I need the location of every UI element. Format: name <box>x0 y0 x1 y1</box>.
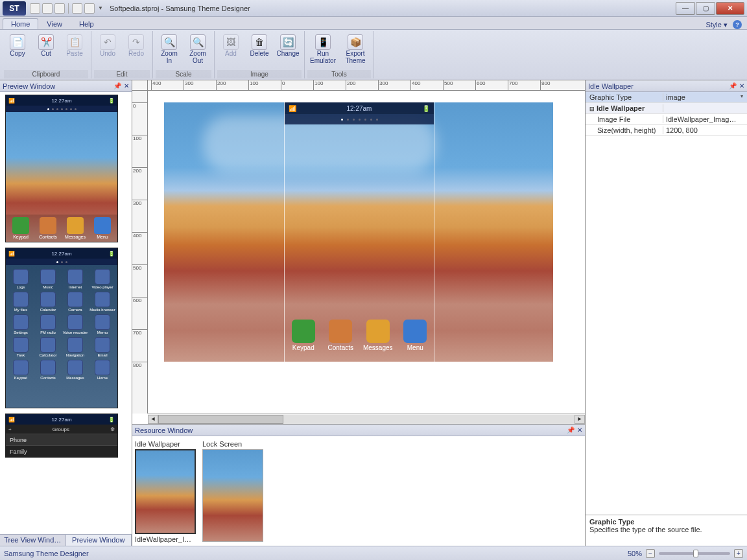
property-description: Graphic Type Specifies the type of the s… <box>586 515 747 546</box>
help-icon[interactable]: ? <box>733 20 742 29</box>
ruler-tick: 200 <box>346 80 355 91</box>
ruler-tick: 100 <box>248 80 258 91</box>
qat-button[interactable] <box>72 3 82 14</box>
redo-button: ↷Redo <box>123 32 150 60</box>
tab-view[interactable]: View <box>38 18 71 29</box>
pin-icon[interactable]: 📌 <box>567 426 575 434</box>
ruler-tick: 400 <box>151 80 161 91</box>
style-dropdown[interactable]: Style ▾ <box>706 21 728 29</box>
scroll-right-button[interactable]: ► <box>575 415 585 424</box>
preview-tab[interactable]: Tree View Wind… <box>0 535 66 546</box>
property-value[interactable]: 1200, 800 <box>663 126 747 134</box>
ruler-tick: 200 <box>132 167 148 174</box>
run-emulator-button[interactable]: 📱Run Emulator <box>307 32 338 66</box>
dock-app-messages: Messages <box>362 320 394 351</box>
ruler-tick: 700 <box>508 80 517 91</box>
property-row[interactable]: Size(width, height)1200, 800 <box>586 125 747 136</box>
properties-panel-title: Idle Wallpaper 📌 ✕ <box>586 80 747 92</box>
ruler-tick: 200 <box>216 80 226 91</box>
preview-thumb-menu[interactable]: 📶12:27am🔋 LogsMusicInternetVideo playerM… <box>5 248 118 408</box>
resource-item[interactable]: Idle WallpaperIdleWallpaper_Image.png <box>135 439 196 543</box>
ribbon-button-label: Zoom In <box>158 51 181 64</box>
properties-panel: Idle Wallpaper 📌 ✕ Graphic Typeimage▾⊟Id… <box>585 80 747 546</box>
copy-button[interactable]: 📄Copy <box>4 32 31 60</box>
messages-icon <box>366 320 390 343</box>
zoom-slider-thumb[interactable] <box>693 550 698 557</box>
menu-app: Navigation <box>62 337 89 357</box>
qat-new-icon[interactable] <box>30 3 40 14</box>
menu-app: Voice recorder <box>62 314 89 334</box>
property-row[interactable]: Image FileIdleWallpaper_Imag… <box>586 114 747 125</box>
property-row[interactable]: Graphic Typeimage▾ <box>586 92 747 103</box>
scroll-track[interactable] <box>158 415 575 424</box>
close-button[interactable]: ✕ <box>716 2 744 15</box>
preview-scroll[interactable]: 📶12:27am🔋 KeypadContactsMessagesMenu 📶12… <box>0 92 132 534</box>
resource-thumbnail[interactable] <box>202 449 263 542</box>
horizontal-scrollbar[interactable]: ◄ ► <box>148 414 585 424</box>
export-theme-button[interactable]: 📦Export Theme <box>340 32 371 66</box>
zoom-slider[interactable] <box>659 552 730 555</box>
change-button[interactable]: 🔄Change <box>274 32 302 60</box>
zoom-in-button[interactable]: + <box>734 549 743 558</box>
scroll-thumb[interactable] <box>158 415 283 424</box>
menu-icon <box>403 320 427 343</box>
ruler-tick: 500 <box>443 80 453 91</box>
resource-item[interactable]: Lock Screen <box>202 439 263 543</box>
main-area: Preview Window 📌 ✕ 📶12:27am🔋 KeypadConta… <box>0 80 747 546</box>
cut-button[interactable]: ✂️Cut <box>32 32 60 60</box>
paste-button: 📋Paste <box>61 32 88 60</box>
property-value[interactable]: IdleWallpaper_Imag… <box>663 115 747 123</box>
ruler-tick: 400 <box>132 232 148 239</box>
zoom-out-button[interactable]: − <box>646 549 655 558</box>
menu-app: Internet <box>62 269 89 289</box>
undo-button: ↶Undo <box>94 32 121 60</box>
preview-tab[interactable]: Preview Window <box>66 535 132 546</box>
zoom-in-button[interactable]: 🔍Zoom In <box>156 32 183 66</box>
qat-save-icon[interactable] <box>54 3 65 14</box>
tab-help[interactable]: Help <box>71 18 102 29</box>
scroll-left-button[interactable]: ◄ <box>148 415 158 424</box>
qat-dropdown-icon[interactable]: ▼ <box>98 5 103 11</box>
minimize-button[interactable]: — <box>676 2 695 15</box>
preview-thumb-idle[interactable]: 📶12:27am🔋 KeypadContactsMessagesMenu <box>5 95 118 242</box>
contacts-icon <box>329 320 352 343</box>
close-panel-icon[interactable]: ✕ <box>577 426 582 434</box>
resource-thumbnail[interactable] <box>135 449 196 534</box>
dock-app-menu: Menu <box>90 217 115 239</box>
maximize-button[interactable]: ▢ <box>696 2 715 15</box>
ribbon-group-clipboard: 📄Copy✂️Cut📋PasteClipboard <box>1 31 91 78</box>
change-icon: 🔄 <box>280 34 296 50</box>
preview-panel: Preview Window 📌 ✕ 📶12:27am🔋 KeypadConta… <box>0 80 132 546</box>
dock-app-keypad: Keypad <box>287 320 320 351</box>
property-key: Image File <box>586 115 663 123</box>
preview-thumb-groups[interactable]: 📶12:27am🔋 +Groups⚙ Phone Family <box>5 414 118 458</box>
close-panel-icon[interactable]: ✕ <box>739 82 744 89</box>
qat-open-icon[interactable] <box>42 3 53 14</box>
ribbon-tabs: HomeViewHelp Style ▾ ? <box>0 17 747 30</box>
dock-app-label: Contacts <box>328 344 353 351</box>
menu-app: Camera <box>62 292 89 312</box>
zoom-label: 50% <box>628 550 642 557</box>
qat-button[interactable] <box>84 3 95 14</box>
pin-icon[interactable]: 📌 <box>729 82 737 89</box>
pin-icon[interactable]: 📌 <box>113 82 121 89</box>
canvas[interactable]: 4003002001000100200300400500600700800 01… <box>132 80 585 424</box>
property-row[interactable]: ⊟Idle Wallpaper <box>586 103 747 114</box>
canvas-viewport[interactable]: 📶12:27am🔋 KeypadContactsMessagesMenu <box>148 91 585 414</box>
tab-home[interactable]: Home <box>3 18 38 29</box>
ribbon-group-image: 🖼Add🗑Delete🔄ChangeImage <box>215 31 305 78</box>
undo-icon: ↶ <box>100 34 115 50</box>
resource-list: Idle WallpaperIdleWallpaper_Image.pngLoc… <box>132 436 585 546</box>
ribbon-group-scale: 🔍Zoom In🔍Zoom OutScale <box>153 31 215 78</box>
property-grid[interactable]: Graphic Typeimage▾⊟Idle WallpaperImage F… <box>586 92 747 515</box>
dock-app-contacts: Contacts <box>36 217 60 239</box>
zoom-out-button[interactable]: 🔍Zoom Out <box>184 32 211 66</box>
ribbon-group-label: Image <box>217 70 302 78</box>
ruler-tick: 300 <box>184 80 193 91</box>
phone-statusbar: 📶12:27am🔋 <box>285 102 434 114</box>
delete-button[interactable]: 🗑Delete <box>246 32 273 60</box>
ribbon-button-label: Export Theme <box>342 51 369 64</box>
property-value[interactable]: image▾ <box>663 93 747 101</box>
dock-app-menu: Menu <box>399 320 431 351</box>
close-panel-icon[interactable]: ✕ <box>124 82 129 89</box>
